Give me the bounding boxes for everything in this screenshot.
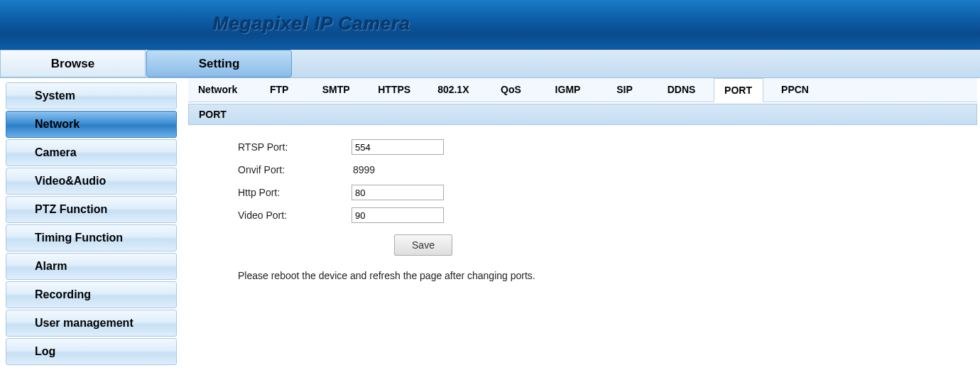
rtsp-port-label: RTSP Port: bbox=[238, 141, 352, 153]
subtab-label: PORT bbox=[724, 85, 752, 96]
sidebar-item-label: PTZ Function bbox=[35, 203, 107, 216]
top-nav: Browse Setting bbox=[0, 50, 980, 78]
app-title: Megapixel IP Camera bbox=[213, 13, 410, 35]
http-port-input[interactable] bbox=[352, 185, 444, 200]
sidebar-item-user-management[interactable]: User management bbox=[6, 310, 177, 337]
section-header: PORT bbox=[188, 104, 977, 125]
subtabs: Network FTP SMTP HTTPS 802.1X QoS IGMP S… bbox=[188, 78, 977, 102]
sidebar: System Network Camera Video&Audio PTZ Fu… bbox=[0, 78, 181, 369]
subtab-8021x[interactable]: 802.1X bbox=[428, 78, 479, 102]
sidebar-item-log[interactable]: Log bbox=[6, 338, 177, 365]
topnav-browse[interactable]: Browse bbox=[0, 50, 146, 77]
subtab-label: QoS bbox=[501, 84, 521, 95]
sidebar-item-label: Log bbox=[35, 345, 55, 358]
sidebar-item-label: Alarm bbox=[35, 260, 67, 273]
topnav-browse-label: Browse bbox=[51, 57, 94, 71]
sidebar-item-camera[interactable]: Camera bbox=[6, 139, 177, 166]
subtab-label: FTP bbox=[270, 84, 288, 95]
sidebar-item-label: Recording bbox=[35, 288, 91, 301]
rtsp-port-input[interactable] bbox=[352, 139, 444, 155]
reboot-note: Please reboot the device and refresh the… bbox=[238, 270, 927, 281]
sidebar-item-recording[interactable]: Recording bbox=[6, 281, 177, 308]
topnav-setting-label: Setting bbox=[199, 57, 240, 71]
save-row: Save bbox=[238, 234, 927, 256]
topnav-setting[interactable]: Setting bbox=[146, 50, 292, 77]
subtab-label: DDNS bbox=[668, 84, 696, 95]
subtab-ftp[interactable]: FTP bbox=[254, 78, 304, 102]
save-button[interactable]: Save bbox=[394, 234, 452, 256]
subtab-ppcn[interactable]: PPCN bbox=[771, 78, 820, 102]
sidebar-item-alarm[interactable]: Alarm bbox=[6, 253, 177, 280]
subtab-sip[interactable]: SIP bbox=[600, 78, 650, 102]
row-video-port: Video Port: bbox=[238, 206, 927, 224]
sidebar-item-label: User management bbox=[35, 317, 134, 330]
row-onvif-port: Onvif Port: 8999 bbox=[238, 161, 927, 179]
sidebar-item-label: Video&Audio bbox=[35, 175, 106, 188]
subtab-label: SIP bbox=[616, 84, 633, 95]
row-rtsp-port: RTSP Port: bbox=[238, 138, 927, 156]
sidebar-item-label: Camera bbox=[35, 146, 77, 159]
subtab-label: 802.1X bbox=[437, 84, 469, 95]
subtab-qos[interactable]: QoS bbox=[486, 78, 536, 102]
subtab-port[interactable]: PORT bbox=[714, 78, 763, 102]
subtab-smtp[interactable]: SMTP bbox=[311, 78, 361, 102]
sidebar-item-label: Network bbox=[35, 118, 80, 131]
onvif-port-label: Onvif Port: bbox=[238, 164, 352, 175]
sidebar-item-network[interactable]: Network bbox=[6, 111, 177, 138]
main-area: System Network Camera Video&Audio PTZ Fu… bbox=[0, 78, 980, 369]
header-banner: Megapixel IP Camera bbox=[0, 0, 980, 50]
content: Network FTP SMTP HTTPS 802.1X QoS IGMP S… bbox=[181, 78, 980, 294]
sidebar-item-label: System bbox=[35, 89, 75, 102]
sidebar-item-video-audio[interactable]: Video&Audio bbox=[6, 168, 177, 195]
onvif-port-value: 8999 bbox=[352, 164, 375, 175]
video-port-input[interactable] bbox=[352, 207, 444, 223]
subtab-label: Network bbox=[198, 84, 237, 95]
sidebar-item-label: Timing Function bbox=[35, 232, 123, 244]
subtab-label: PPCN bbox=[781, 84, 809, 95]
row-http-port: Http Port: bbox=[238, 183, 927, 202]
video-port-label: Video Port: bbox=[238, 210, 352, 221]
sidebar-item-system[interactable]: System bbox=[6, 82, 177, 109]
http-port-label: Http Port: bbox=[238, 187, 352, 198]
form-area: RTSP Port: Onvif Port: 8999 Http Port: V… bbox=[188, 125, 977, 294]
sidebar-item-ptz-function[interactable]: PTZ Function bbox=[6, 196, 177, 223]
subtab-network[interactable]: Network bbox=[188, 78, 247, 102]
subtab-label: IGMP bbox=[555, 84, 581, 95]
subtab-https[interactable]: HTTPS bbox=[368, 78, 420, 102]
subtab-label: SMTP bbox=[322, 84, 350, 95]
subtab-igmp[interactable]: IGMP bbox=[543, 78, 593, 102]
subtab-label: HTTPS bbox=[378, 84, 410, 95]
sidebar-item-timing-function[interactable]: Timing Function bbox=[6, 224, 177, 251]
subtab-ddns[interactable]: DDNS bbox=[657, 78, 707, 102]
